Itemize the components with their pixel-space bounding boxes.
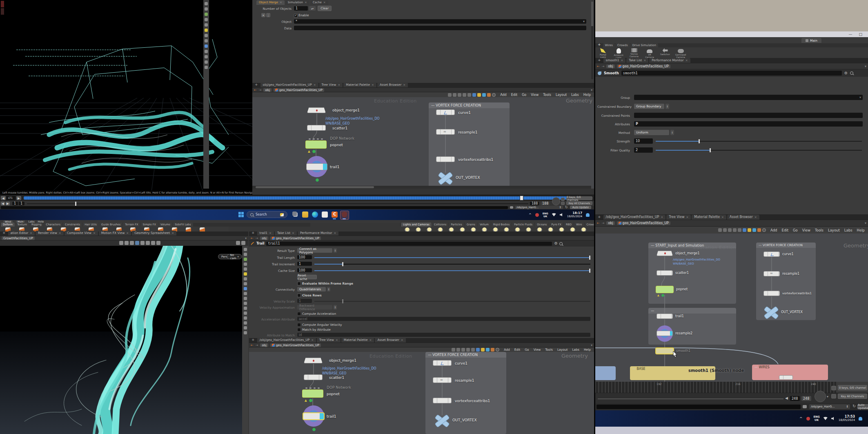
status-path-dropdown[interactable]: /obj/geo_HairG...↕ [515, 206, 563, 209]
cache-size-slider[interactable] [314, 270, 590, 271]
node-name-field[interactable]: trail1 [266, 242, 552, 246]
node-trail1[interactable] [657, 314, 673, 319]
node-out-vortex[interactable] [435, 415, 449, 427]
refresh-icon[interactable]: ↻ [565, 205, 568, 209]
box-icon[interactable] [458, 93, 461, 97]
enable-checkbox[interactable]: ✓ [294, 14, 298, 18]
grid-icon[interactable] [205, 50, 208, 53]
node-resample1[interactable]: ≈ [433, 377, 452, 383]
refresh-icon[interactable]: ↻ [852, 404, 856, 408]
cache-size-field[interactable]: 100 [297, 268, 312, 272]
result-type-dropdown[interactable]: Connect as Polygons [297, 248, 332, 253]
node-curve1[interactable] [763, 251, 780, 257]
simple-fx[interactable]: Simple FX [140, 223, 158, 227]
clock-icon[interactable] [236, 241, 240, 245]
tray-app-badge-icon[interactable] [806, 417, 810, 421]
light-icon[interactable] [205, 55, 208, 58]
node-vortexforceattribs1[interactable] [433, 398, 452, 403]
strength-field[interactable]: 10 [634, 138, 653, 144]
param-scrollbar[interactable] [591, 2, 593, 79]
nav-back-icon[interactable]: ← [254, 88, 257, 92]
search-net-icon[interactable] [762, 228, 766, 232]
node-trail1-selected[interactable] [303, 413, 324, 420]
guide-brushes[interactable]: Guide Brushes [99, 223, 122, 227]
motion-fx-view[interactable]: Motion FX View [99, 231, 131, 236]
layout[interactable]: Layout [557, 348, 568, 352]
path-context-chip[interactable]: obj [606, 65, 614, 68]
texture[interactable]: Texture [15, 223, 29, 227]
tools[interactable]: Tools [543, 93, 551, 97]
tray-language[interactable]: ENGUK [543, 212, 548, 218]
swatch-blue-icon[interactable] [472, 93, 476, 97]
nav-forward-icon[interactable]: → [259, 88, 262, 92]
swatch-yellow-icon[interactable] [477, 93, 481, 97]
edit[interactable]: Edit [514, 348, 521, 352]
playbar-start2-field[interactable]: 1 [19, 202, 24, 205]
constrained-boundary-dropdown[interactable]: Group Boundary [634, 104, 664, 109]
w3-playback-dropdown[interactable]: ▾ [827, 395, 828, 398]
new-tab-button[interactable]: + [596, 215, 603, 220]
viewport-3d-car[interactable]: Left mouse tumbles. Middle pans. Right d… [0, 0, 252, 195]
node-smooth1-selected[interactable] [656, 348, 674, 354]
view[interactable]: View [802, 228, 810, 232]
trail-length-slider[interactable] [314, 257, 590, 258]
brush-icon[interactable] [130, 241, 134, 245]
help[interactable]: Help [584, 348, 591, 352]
add[interactable]: Add [500, 93, 507, 97]
path-dropdown-icon[interactable]: ▾ [865, 221, 866, 225]
wire-icon[interactable] [205, 45, 208, 48]
new-shelf-button[interactable]: + [596, 42, 603, 47]
nav-forward-icon[interactable]: → [602, 221, 605, 225]
handles-icon[interactable] [244, 263, 247, 266]
lock-icon[interactable] [241, 241, 245, 245]
wrench-icon[interactable] [452, 348, 455, 352]
path-context-chip[interactable]: obj [260, 236, 268, 240]
node-scatter1[interactable] [307, 125, 326, 131]
vr-camera-tool[interactable]: VR Camera [643, 48, 656, 58]
select-icon[interactable] [244, 248, 247, 251]
grid1-icon[interactable] [466, 348, 470, 352]
snap-icon[interactable] [140, 241, 145, 245]
constrained-boundary-spin[interactable]: ↕ [665, 104, 669, 109]
help-icon[interactable] [205, 66, 208, 69]
grid2-icon[interactable] [471, 348, 475, 352]
-obj-geo-hairgrowthfacilities-up[interactable]: /obj/geo_HairGrowthFacilities_UP [257, 338, 316, 343]
view-icon[interactable] [244, 302, 247, 305]
speaker-icon[interactable] [831, 417, 835, 420]
frame-icon[interactable] [205, 23, 208, 27]
shade-icon[interactable] [205, 39, 208, 42]
node-curve1[interactable] [433, 360, 452, 366]
terrain-fx[interactable]: Terrain FX [123, 223, 140, 227]
frame-icon[interactable] [244, 297, 247, 300]
window-maximize-button[interactable]: □ [859, 32, 862, 36]
new-tab-button[interactable]: + [250, 338, 256, 343]
channel-options-button[interactable] [561, 202, 565, 205]
path-context-chip[interactable]: obj [606, 221, 614, 225]
help-icon[interactable] [244, 331, 247, 334]
rigid-bodies[interactable]: Rigid Bodies [491, 223, 512, 227]
grid-icon[interactable] [244, 272, 247, 276]
edit[interactable]: Edit [511, 93, 518, 97]
play-reverse-button[interactable]: ◀ [1, 202, 5, 205]
material-palette[interactable]: Material Palette [341, 338, 374, 343]
speaker-icon[interactable] [560, 213, 563, 216]
simulation[interactable]: Simulation [285, 0, 309, 5]
handles-icon[interactable] [135, 241, 139, 245]
new-tab-button[interactable]: + [250, 231, 256, 236]
result-type-spin[interactable]: ↕ [334, 248, 337, 253]
add[interactable]: Add [504, 348, 510, 352]
path-node-chip[interactable]: geo_HairGrowthFacilities_UP [270, 343, 321, 347]
grains[interactable]: Grains [465, 223, 477, 227]
lights-and-cameras[interactable]: Lights and Cameras [401, 223, 432, 227]
window-minimize-button[interactable]: — [848, 32, 852, 36]
notification-bell-icon[interactable] [586, 213, 590, 217]
w2-network-editor[interactable]: Education Edition Geometry VORTEX FORCE … [249, 352, 594, 434]
w1-network-editor[interactable]: Education Edition Geometry VORTEX FORCE … [252, 97, 594, 189]
wire[interactable]: Wire [574, 223, 584, 227]
netbox-blue-partial[interactable] [595, 366, 616, 380]
search-icon[interactable] [850, 71, 853, 75]
tray-expand-icon[interactable]: ^ [799, 416, 803, 421]
tree-view[interactable]: Tree View [666, 215, 691, 220]
w3-playbar-arrow[interactable]: ◀ [785, 396, 788, 400]
w1-timeline[interactable]: ◀ LT1 ▶ [0, 195, 594, 201]
